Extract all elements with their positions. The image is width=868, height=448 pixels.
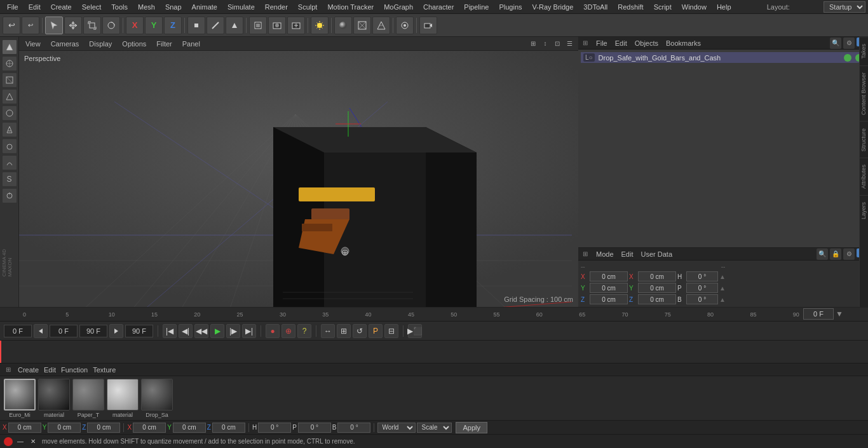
status-icon-record[interactable] [4, 437, 13, 446]
obj-search-icon[interactable]: 🔍 [830, 37, 841, 49]
menu-tools[interactable]: Tools [107, 2, 132, 12]
left-icon-texture[interactable] [2, 56, 17, 71]
tab-takes[interactable]: Takes [860, 37, 868, 65]
tl-key-help-btn[interactable]: ? [297, 324, 311, 338]
cb-z2-input[interactable] [212, 423, 245, 433]
rotate-tool-button[interactable] [102, 17, 120, 34]
tl-prev-frame-btn[interactable]: ◀| [179, 324, 193, 338]
tl-record-btn[interactable]: ● [266, 324, 280, 338]
tl-render-prev-btn[interactable]: ▶⬛ [408, 324, 422, 338]
timeline-end-input[interactable] [125, 325, 153, 337]
attr-tab-mode[interactable]: Mode [592, 249, 618, 259]
left-icon-uv[interactable] [2, 72, 17, 88]
move-tool-button[interactable] [64, 17, 82, 34]
menu-script[interactable]: Script [649, 2, 676, 12]
left-icon-paint[interactable] [2, 155, 17, 170]
mat-item-2[interactable]: Paper_T [72, 379, 104, 418]
scale-dropdown[interactable]: Scale [417, 423, 452, 433]
vp-lock-icon[interactable]: ⊡ [552, 39, 562, 49]
vp-menu-display[interactable]: Display [86, 39, 114, 49]
viewport-3d[interactable]: ⊕ Perspective Grid Spacing : 100 cm [19, 51, 578, 307]
mat-item-0[interactable]: Euro_Mi [4, 379, 36, 418]
menu-sculpt[interactable]: Sculpt [294, 2, 322, 12]
tl-move-obj-btn[interactable]: ↔ [321, 324, 335, 338]
undo-button[interactable]: ↩ [3, 17, 20, 34]
obj-tab-objects[interactable]: Objects [631, 38, 662, 48]
left-icon-motion[interactable] [2, 122, 17, 137]
render-region-button[interactable] [249, 17, 267, 34]
attr-tab-edit[interactable]: Edit [618, 249, 637, 259]
obj-tab-bookmarks[interactable]: Bookmarks [662, 38, 705, 48]
cb-y-input[interactable] [48, 423, 81, 433]
coord-p-input[interactable] [686, 283, 718, 293]
menu-3dtoall[interactable]: 3DToAll [579, 2, 612, 12]
coord-z-pos-input[interactable] [590, 294, 628, 304]
coord-b-input[interactable] [686, 294, 718, 304]
points-mode-button[interactable] [187, 17, 205, 34]
timeline-frame-left-input[interactable] [50, 325, 78, 337]
tl-play-back-btn[interactable]: ◀◀ [194, 324, 208, 338]
menu-pipeline[interactable]: Pipeline [459, 2, 493, 12]
mat-tab-function[interactable]: Function [61, 366, 88, 374]
polygons-mode-button[interactable] [226, 17, 243, 34]
obj-settings-icon[interactable]: ⚙ [843, 37, 855, 49]
mat-tab-create[interactable]: Create [18, 366, 39, 374]
light-button[interactable] [311, 17, 329, 34]
cb-b-input[interactable] [337, 423, 370, 433]
menu-window[interactable]: Window [677, 2, 711, 12]
cb-z-input[interactable] [87, 423, 120, 433]
select-tool-button[interactable] [45, 17, 63, 34]
tl-arrow-right-btn[interactable] [109, 324, 123, 338]
camera-button[interactable] [419, 17, 437, 34]
coord-y-pos-input[interactable] [590, 283, 628, 293]
menu-edit[interactable]: Edit [24, 2, 45, 12]
tab-content-browser[interactable]: Content Browser [860, 65, 868, 121]
status-icon-minimize[interactable]: — [15, 437, 25, 447]
cb-p-input[interactable] [298, 423, 331, 433]
coord-y-rot-input[interactable] [638, 283, 676, 293]
left-icon-model[interactable] [2, 39, 17, 55]
tl-next-frame-btn[interactable]: |▶ [226, 324, 240, 338]
attr-search-icon[interactable]: 🔍 [817, 248, 828, 260]
cb-x-input[interactable] [8, 423, 41, 433]
menu-mesh[interactable]: Mesh [133, 2, 159, 12]
tl-scale-btn[interactable]: ⊞ [337, 324, 351, 338]
frame-dropdown-btn[interactable]: ▼ [834, 308, 845, 320]
menu-help[interactable]: Help [712, 2, 736, 12]
cb-h-input[interactable] [258, 423, 291, 433]
mat-tab-edit[interactable]: Edit [44, 366, 56, 374]
edges-mode-button[interactable] [207, 17, 224, 34]
tab-attributes[interactable]: Attributes [860, 158, 868, 195]
axis-z-button[interactable]: Z [164, 17, 182, 34]
mat-item-4[interactable]: Drop_Sa [141, 379, 173, 418]
vp-menu-cameras[interactable]: Cameras [48, 39, 82, 49]
attr-tab-userdata[interactable]: User Data [637, 249, 677, 259]
menu-plugins[interactable]: Plugins [494, 2, 526, 12]
tl-grid-btn[interactable]: ⊟ [384, 324, 398, 338]
menu-select[interactable]: Select [78, 2, 106, 12]
obj-tab-file[interactable]: File [592, 38, 611, 48]
vp-menu-options[interactable]: Options [119, 39, 149, 49]
apply-button[interactable]: Apply [456, 422, 487, 433]
vp-expand-icon[interactable]: ⊞ [528, 39, 538, 49]
menu-character[interactable]: Character [419, 2, 458, 12]
mat-item-3[interactable]: material [107, 379, 139, 418]
cb-x2-input[interactable] [133, 423, 166, 433]
tl-rot-btn[interactable]: ↺ [353, 324, 367, 338]
left-icon-snap[interactable] [2, 188, 17, 203]
axis-x-button[interactable]: X [126, 17, 144, 34]
vp-menu-filter[interactable]: Filter [154, 39, 174, 49]
display-gouraud-button[interactable] [334, 17, 352, 34]
world-dropdown[interactable]: World [377, 423, 416, 433]
display-wire-button[interactable] [353, 17, 371, 34]
tl-auto-key-btn[interactable]: ⊕ [281, 324, 295, 338]
attr-settings-icon[interactable]: ⚙ [843, 248, 855, 260]
coord-x-rot-input[interactable] [638, 271, 676, 282]
scale-tool-button[interactable] [83, 17, 101, 34]
left-icon-bp[interactable] [2, 105, 17, 121]
menu-vray[interactable]: V-Ray Bridge [528, 2, 578, 12]
left-icon-capsule[interactable] [2, 139, 17, 154]
vp-menu-panel[interactable]: Panel [180, 39, 203, 49]
tl-goto-start-btn[interactable]: |◀ [163, 324, 177, 338]
vp-menu-view[interactable]: View [23, 39, 43, 49]
